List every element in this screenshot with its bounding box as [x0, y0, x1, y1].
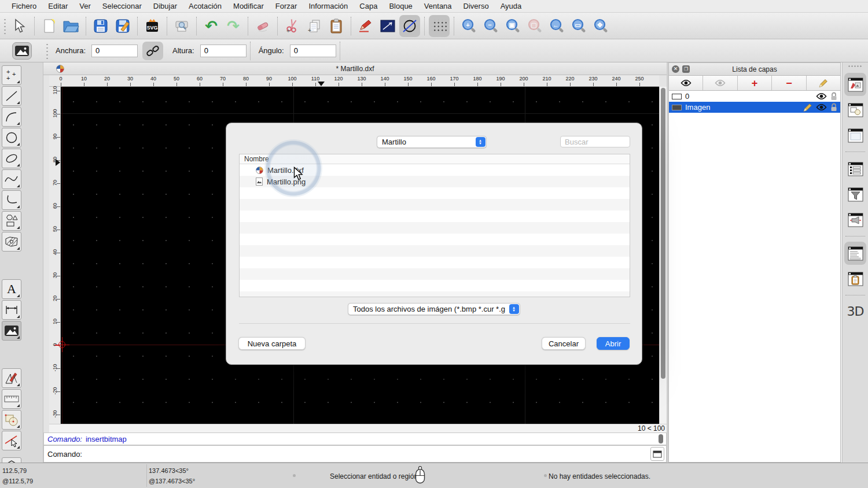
image-insert-button[interactable]: [12, 42, 32, 60]
toolbar-drag-handle[interactable]: [45, 42, 49, 60]
status-dot: [544, 474, 547, 477]
3d-dock-label[interactable]: 3D: [847, 304, 864, 319]
select-tool-button[interactable]: [2, 431, 21, 450]
scrollbar-thumb[interactable]: [661, 88, 665, 379]
section-panel-button[interactable]: [844, 208, 866, 231]
new-file-button[interactable]: [39, 15, 60, 37]
canvas-vertical-scrollbar[interactable]: [659, 87, 667, 424]
paste-button[interactable]: [326, 15, 347, 37]
command-options-panel-button[interactable]: [844, 157, 866, 180]
new-folder-button[interactable]: Nueva carpeta: [238, 337, 306, 350]
menu-item-acotación[interactable]: Acotación: [183, 2, 227, 10]
menu-item-forzar[interactable]: Forzar: [270, 2, 303, 10]
zoom-out-button[interactable]: −: [480, 15, 501, 37]
svg-text:+: +: [6, 75, 10, 82]
history-scrollbar[interactable]: [659, 434, 664, 445]
save-file-button[interactable]: [90, 15, 111, 37]
dimension-tool-button[interactable]: [2, 300, 21, 320]
layer-row-imagen[interactable]: Imagen: [669, 102, 840, 113]
history-scrollbar-thumb[interactable]: [659, 434, 663, 443]
drafting-tools-button[interactable]: [2, 368, 21, 388]
image-tool-button[interactable]: [2, 321, 21, 341]
delete-eraser-button[interactable]: [252, 15, 273, 37]
shapes-tool-button[interactable]: [2, 211, 21, 231]
lock-icon[interactable]: [830, 103, 837, 112]
search-field[interactable]: Buscar: [560, 136, 630, 147]
draw-pencil-button[interactable]: [355, 15, 376, 37]
menu-item-diverso[interactable]: Diverso: [458, 2, 495, 10]
circle-tool-button[interactable]: [2, 128, 21, 147]
toolbar-drag-handle[interactable]: [3, 17, 7, 35]
hatch-tool-button[interactable]: [2, 232, 21, 252]
line-tool-button[interactable]: [2, 86, 21, 106]
angle-input[interactable]: [290, 45, 336, 57]
command-widget-button[interactable]: [650, 447, 664, 461]
svg-export-button[interactable]: SVG: [142, 15, 163, 37]
layer-list-panel-button[interactable]: [844, 73, 866, 96]
clipboard-panel-button[interactable]: [844, 267, 866, 290]
height-input[interactable]: [200, 45, 247, 57]
polyline-segment-button[interactable]: [377, 15, 398, 37]
redo-button[interactable]: ↷: [223, 15, 244, 37]
remove-layer-button[interactable]: −: [772, 76, 806, 90]
menu-item-ayuda[interactable]: Ayuda: [495, 2, 528, 10]
menu-item-modificar[interactable]: Modificar: [227, 2, 270, 10]
undo-button[interactable]: ↶: [201, 15, 222, 37]
menu-item-ver[interactable]: Ver: [73, 2, 97, 10]
polyline-tool-button[interactable]: [2, 190, 21, 210]
show-all-layers-button[interactable]: [669, 76, 703, 90]
folder-dropdown[interactable]: Martillo ▲▼: [377, 136, 487, 148]
grid-toggle-button[interactable]: [429, 15, 450, 37]
command-input[interactable]: [86, 447, 650, 461]
measure-tool-button[interactable]: [2, 389, 21, 409]
zoom-in-button[interactable]: +: [458, 15, 479, 37]
text-tool-button[interactable]: A: [2, 279, 21, 299]
spline-tool-button[interactable]: [2, 169, 21, 189]
layer-row-0[interactable]: 0: [669, 91, 840, 102]
float-panel-icon[interactable]: ❐: [682, 65, 690, 73]
drawing-window-titlebar[interactable]: * Martillo.dxf: [43, 62, 667, 75]
file-type-dropdown[interactable]: Todos los archivos de imágen (*.bmp *.cu…: [348, 303, 520, 315]
status-bar: 112.5,79 @112.5,79 137.4673<35° @137.467…: [0, 463, 868, 488]
print-preview-button[interactable]: [171, 15, 192, 37]
close-panel-icon[interactable]: ✕: [672, 65, 679, 73]
menu-item-fichero[interactable]: Fichero: [6, 2, 42, 10]
eye-icon[interactable]: [816, 93, 827, 100]
copy-button[interactable]: +: [304, 15, 325, 37]
pointer-tool-button[interactable]: [9, 15, 30, 37]
zoom-window-button[interactable]: ▭: [568, 15, 589, 37]
width-input[interactable]: [91, 45, 138, 57]
block-list-panel-button[interactable]: [844, 98, 866, 121]
zoom-selection-button[interactable]: ▢: [524, 15, 545, 37]
zoom-pan-button[interactable]: ✥: [590, 15, 611, 37]
eye-icon[interactable]: [816, 103, 827, 111]
coordinates-panel-button[interactable]: [844, 242, 866, 265]
snap-free-button[interactable]: [399, 15, 420, 37]
menu-item-ventana[interactable]: Ventana: [418, 2, 458, 10]
add-layer-button[interactable]: +: [738, 76, 772, 90]
open-file-button[interactable]: [61, 15, 82, 37]
edit-layer-button[interactable]: [807, 76, 840, 90]
lock-icon[interactable]: [830, 92, 837, 101]
menu-item-dibujar[interactable]: Dibujar: [148, 2, 183, 10]
ellipse-tool-button[interactable]: [2, 149, 21, 168]
modify-tool-button[interactable]: [2, 410, 21, 430]
hide-all-layers-button[interactable]: [703, 76, 737, 90]
dock-drag-handle[interactable]: [848, 65, 863, 68]
zoom-previous-button[interactable]: ←: [546, 15, 567, 37]
points-tool-button[interactable]: +++: [2, 65, 21, 85]
menu-item-bloque[interactable]: Bloque: [383, 2, 418, 10]
arc-tool-button[interactable]: [2, 107, 21, 127]
selection-filter-panel-button[interactable]: [844, 183, 866, 206]
menu-item-información[interactable]: Información: [303, 2, 354, 10]
library-panel-button[interactable]: [844, 124, 866, 147]
menu-item-capa[interactable]: Capa: [354, 2, 383, 10]
menu-item-seleccionar[interactable]: Seleccionar: [97, 2, 148, 10]
open-button[interactable]: Abrir: [597, 337, 630, 350]
cancel-button[interactable]: Cancelar: [542, 337, 586, 350]
zoom-auto-button[interactable]: ▣: [502, 15, 523, 37]
save-as-button[interactable]: [112, 15, 133, 37]
menu-item-editar[interactable]: Editar: [42, 2, 73, 10]
cut-button[interactable]: +: [282, 15, 303, 37]
link-dimensions-button[interactable]: [142, 42, 163, 60]
